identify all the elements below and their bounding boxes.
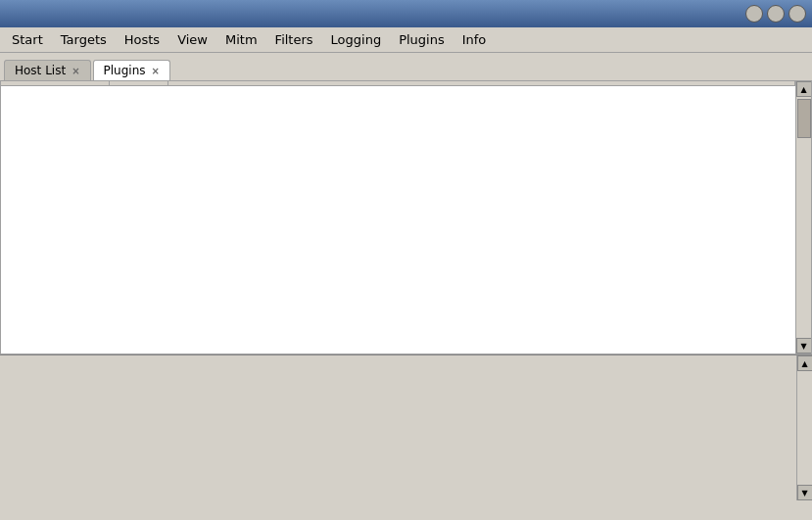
maximize-button[interactable]: [767, 5, 785, 23]
scrollbar-up-btn[interactable]: ▲: [796, 81, 812, 97]
console-text: [0, 355, 796, 500]
menu-item-hosts[interactable]: Hosts: [117, 30, 167, 49]
tabs-bar: Host List×Plugins×: [0, 53, 812, 80]
tab-label: Plugins: [104, 64, 146, 77]
tab-close-btn[interactable]: ×: [152, 66, 160, 76]
menu-bar: StartTargetsHostsViewMitmFiltersLoggingP…: [0, 27, 812, 53]
menu-item-logging[interactable]: Logging: [323, 30, 390, 49]
menu-item-filters[interactable]: Filters: [267, 30, 321, 49]
tab-label: Host List: [15, 64, 66, 77]
close-button[interactable]: [788, 5, 806, 23]
table-header-row: [1, 81, 795, 86]
minimize-button[interactable]: [745, 5, 763, 23]
menu-item-mitm[interactable]: Mitm: [217, 30, 265, 49]
window-controls[interactable]: [745, 5, 806, 23]
tab-plugins[interactable]: Plugins×: [93, 60, 170, 80]
scrollbar-down-btn[interactable]: ▼: [796, 338, 812, 354]
console-scrollbar[interactable]: ▲ ▼: [796, 355, 812, 500]
tab-host-list[interactable]: Host List×: [4, 60, 91, 80]
col-header-info: [167, 81, 795, 86]
menu-item-info[interactable]: Info: [454, 30, 495, 49]
bottom-section: ▲ ▼: [0, 355, 812, 500]
scrollbar-thumb[interactable]: [797, 99, 811, 138]
title-bar: [0, 0, 812, 27]
col-header-version: [109, 81, 167, 86]
menu-item-plugins[interactable]: Plugins: [391, 30, 453, 49]
menu-item-start[interactable]: Start: [4, 30, 51, 49]
console-scrollbar-down[interactable]: ▼: [797, 485, 813, 500]
col-header-name: [1, 81, 109, 86]
plugin-list-area: ▲ ▼: [0, 80, 812, 355]
plugin-table: [1, 81, 795, 86]
menu-item-targets[interactable]: Targets: [53, 30, 115, 49]
menu-item-view[interactable]: View: [169, 30, 215, 49]
plugin-table-wrapper[interactable]: [1, 81, 795, 354]
tab-close-btn[interactable]: ×: [72, 66, 79, 76]
plugin-list-scrollbar[interactable]: ▲ ▼: [795, 81, 811, 354]
console-scrollbar-up[interactable]: ▲: [797, 355, 813, 371]
